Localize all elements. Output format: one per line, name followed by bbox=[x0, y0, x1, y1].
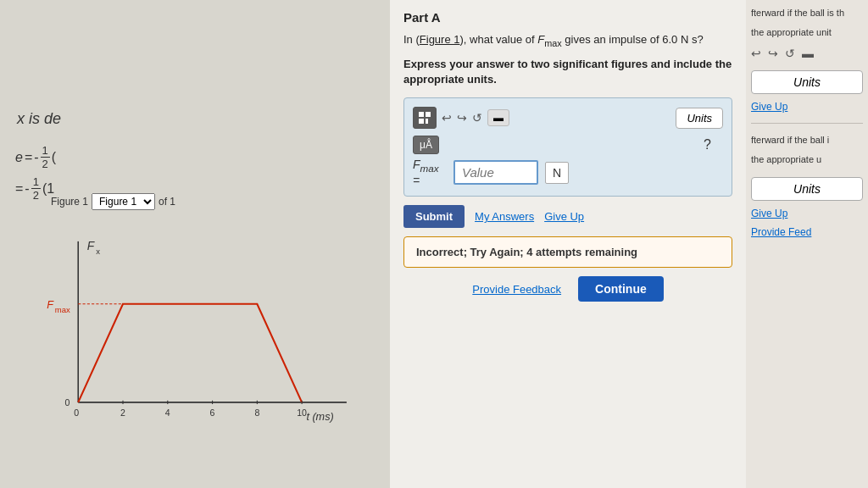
answer-box: ↩ ↪ ↺ ▬ Units μÅ ? Fmax= N bbox=[403, 97, 732, 197]
toolbar-row2: μÅ ? bbox=[413, 136, 723, 154]
right-text-top: fterward if the ball is th bbox=[751, 7, 863, 19]
redo-btn[interactable]: ↪ bbox=[457, 111, 467, 125]
right-icon-row1: ↩ ↪ ↺ ▬ bbox=[751, 47, 863, 60]
svg-text:0: 0 bbox=[65, 397, 70, 408]
divider1 bbox=[751, 123, 863, 124]
left-panel: x is de e = - 1 2 ( = - 1 2 (1 Figure 1 … bbox=[0, 0, 390, 488]
svg-text:6: 6 bbox=[210, 408, 215, 418]
refresh-btn[interactable]: ↺ bbox=[472, 111, 482, 125]
part-label: Part A bbox=[403, 10, 732, 25]
svg-text:2: 2 bbox=[120, 408, 125, 418]
right-give-up-1[interactable]: Give Up bbox=[751, 101, 863, 113]
value-input[interactable] bbox=[453, 160, 538, 185]
undo-btn[interactable]: ↩ bbox=[442, 111, 452, 125]
svg-text:x: x bbox=[96, 247, 100, 256]
grid-icon-btn[interactable] bbox=[413, 107, 437, 129]
svg-rect-20 bbox=[419, 112, 424, 117]
svg-text:8: 8 bbox=[254, 408, 259, 418]
unit-display: N bbox=[545, 162, 569, 184]
is-de-text: x is de bbox=[17, 110, 61, 128]
my-answers-link[interactable]: My Answers bbox=[475, 210, 534, 223]
provide-feedback-link[interactable]: Provide Feedback bbox=[472, 283, 561, 296]
svg-text:F: F bbox=[47, 299, 54, 311]
svg-text:F: F bbox=[87, 240, 96, 252]
graph-svg: F x t (ms) 0 2 4 6 8 10 0 F max bbox=[42, 225, 364, 454]
right-give-up-2[interactable]: Give Up bbox=[751, 208, 863, 219]
give-up-link[interactable]: Give Up bbox=[544, 210, 584, 223]
right-panel: fterward if the ball is th the appropria… bbox=[746, 0, 868, 488]
right-redo-btn[interactable]: ↪ bbox=[768, 47, 778, 60]
help-icon[interactable]: ? bbox=[704, 137, 711, 152]
svg-rect-22 bbox=[419, 119, 424, 124]
svg-text:max: max bbox=[55, 305, 70, 314]
continue-row: Provide Feedback Continue bbox=[403, 276, 732, 302]
units-btn[interactable]: Units bbox=[676, 108, 723, 129]
svg-rect-21 bbox=[426, 112, 431, 117]
instruction-text: Express your answer to two significant f… bbox=[403, 57, 732, 87]
feedback-text: Incorrect; Try Again; 4 attempts remaini… bbox=[416, 246, 637, 258]
keyboard-btn[interactable]: ▬ bbox=[487, 109, 509, 126]
right-units-btn-1[interactable]: Units bbox=[751, 70, 863, 94]
right-appropriate-u: the appropriate u bbox=[751, 153, 863, 166]
svg-rect-23 bbox=[426, 119, 428, 124]
fmax-label: Fmax= bbox=[413, 158, 447, 187]
right-keyboard-btn[interactable]: ▬ bbox=[802, 47, 814, 60]
svg-text:t (ms): t (ms) bbox=[306, 411, 333, 423]
feedback-box: Incorrect; Try Again; 4 attempts remaini… bbox=[403, 236, 732, 268]
middle-panel: Part A In (Figure 1), what value of Fmax… bbox=[390, 0, 746, 488]
svg-text:0: 0 bbox=[74, 408, 79, 418]
formula-line1: e = - 1 2 ( bbox=[15, 144, 56, 170]
formula-line2: = - 1 2 (1 bbox=[15, 175, 56, 202]
toolbar-row1: ↩ ↪ ↺ ▬ Units bbox=[413, 107, 723, 129]
right-refresh-btn[interactable]: ↺ bbox=[785, 47, 795, 60]
question-text: In (Figure 1), what value of Fmax gives … bbox=[403, 31, 732, 50]
submit-btn[interactable]: Submit bbox=[403, 205, 465, 228]
figure-dropdown[interactable]: Figure 1 bbox=[92, 193, 155, 210]
right-units-btn-2[interactable]: Units bbox=[751, 177, 863, 201]
continue-btn[interactable]: Continue bbox=[578, 276, 664, 302]
button-row: Submit My Answers Give Up bbox=[403, 205, 732, 228]
svg-text:10: 10 bbox=[297, 408, 307, 418]
right-appropriate-units: the appropriate unit bbox=[751, 26, 863, 39]
mu-btn[interactable]: μÅ bbox=[413, 136, 439, 154]
right-text-mid: fterward if the ball i bbox=[751, 134, 863, 147]
graph-area: F x t (ms) 0 2 4 6 8 10 0 F max bbox=[42, 225, 364, 454]
figure-link[interactable]: Figure 1 bbox=[420, 33, 460, 46]
figure-selector[interactable]: Figure 1 Figure 1 of 1 bbox=[51, 193, 175, 210]
x-label: x bbox=[17, 110, 25, 127]
formula-area: e = - 1 2 ( = - 1 2 (1 bbox=[15, 144, 56, 202]
right-provide-feedback[interactable]: Provide Feed bbox=[751, 226, 863, 238]
right-undo-btn[interactable]: ↩ bbox=[751, 47, 761, 60]
svg-text:4: 4 bbox=[165, 408, 170, 418]
input-row: Fmax= N bbox=[413, 158, 723, 187]
